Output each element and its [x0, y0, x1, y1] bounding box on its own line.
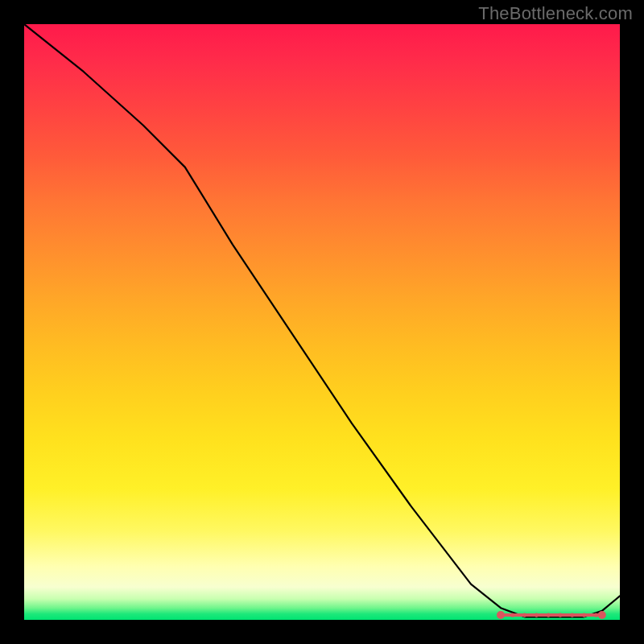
svg-point-9 — [594, 613, 598, 617]
svg-point-2 — [510, 613, 514, 617]
svg-point-5 — [547, 613, 551, 617]
svg-point-8 — [582, 613, 586, 617]
bottleneck-curve — [24, 24, 620, 617]
svg-point-6 — [558, 613, 562, 617]
chart-overlay — [24, 24, 620, 620]
svg-point-4 — [535, 613, 539, 617]
chart-container: TheBottleneck.com — [0, 0, 644, 644]
watermark-text: TheBottleneck.com — [478, 3, 633, 24]
svg-point-3 — [522, 613, 526, 617]
svg-point-11 — [497, 611, 505, 619]
svg-point-7 — [570, 613, 574, 617]
plot-area — [24, 24, 620, 620]
svg-point-12 — [598, 611, 606, 619]
